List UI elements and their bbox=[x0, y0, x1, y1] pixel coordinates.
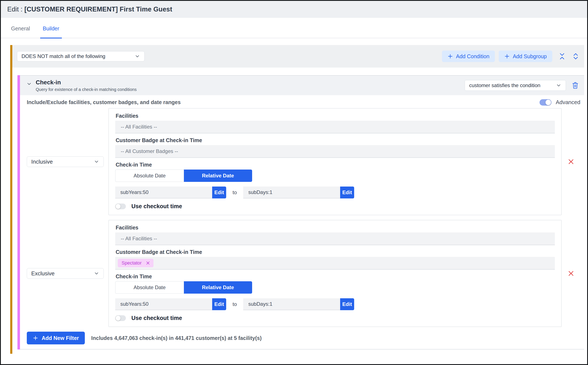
filter-row-inclusive: Inclusive Facilities -- All Facilities -… bbox=[27, 108, 580, 215]
remove-filter-button[interactable] bbox=[568, 159, 574, 165]
filter-panel: Facilities -- All Facilities -- Customer… bbox=[108, 220, 562, 327]
title-bar: Edit : [CUSTOMER REQUIREMENT] First Time… bbox=[1, 1, 587, 18]
condition-collapse-button[interactable] bbox=[26, 81, 32, 87]
condition-color-bar bbox=[17, 75, 20, 350]
condition-header: Check-in Query for existence of a check-… bbox=[20, 76, 584, 95]
group-color-bar bbox=[10, 45, 12, 354]
to-date-input[interactable]: subDays:1 bbox=[243, 187, 340, 198]
filter-mode-select[interactable]: Inclusive bbox=[27, 156, 104, 167]
satisfies-value: customer satisfies the condition bbox=[469, 82, 540, 88]
to-label: to bbox=[233, 190, 237, 196]
checkin-time-label: Check-in Time bbox=[116, 274, 555, 280]
facilities-input[interactable]: -- All Facilities -- bbox=[115, 232, 555, 245]
filter-summary: Includes 4,647,063 check-in(s) in 441,47… bbox=[91, 335, 262, 341]
page-title: Edit : [CUSTOMER REQUIREMENT] First Time… bbox=[7, 6, 172, 13]
condition-subtitle: Query for existence of a check-in matchi… bbox=[36, 87, 137, 92]
badge-label: Customer Badge at Check-in Time bbox=[116, 249, 555, 255]
add-condition-button[interactable]: Add Condition bbox=[442, 50, 495, 62]
plus-icon bbox=[447, 54, 453, 59]
group-content: DOES NOT match all of the following Add … bbox=[12, 45, 584, 354]
chevron-down-icon bbox=[26, 81, 32, 87]
x-icon bbox=[568, 270, 574, 277]
badge-input[interactable]: Spectator bbox=[115, 257, 555, 270]
to-date-input[interactable]: subDays:1 bbox=[243, 298, 340, 310]
trash-icon bbox=[572, 82, 579, 89]
filter-panel: Facilities -- All Facilities -- Customer… bbox=[108, 108, 562, 215]
checkin-condition: Check-in Query for existence of a check-… bbox=[17, 75, 584, 350]
plus-icon bbox=[33, 335, 38, 341]
chevron-down-icon bbox=[556, 83, 561, 88]
edit-from-button[interactable]: Edit bbox=[212, 298, 226, 310]
collapse-all-icon bbox=[558, 52, 566, 60]
badge-tag: Spectator bbox=[118, 259, 154, 267]
use-checkout-label: Use checkout time bbox=[131, 203, 182, 210]
edit-to-button[interactable]: Edit bbox=[340, 187, 354, 198]
use-checkout-label: Use checkout time bbox=[131, 315, 182, 322]
edit-to-button[interactable]: Edit bbox=[340, 298, 354, 310]
group-actions: Add Condition Add Subgroup bbox=[438, 50, 580, 62]
section-title: Include/Exclude facilities, customer bad… bbox=[27, 99, 181, 105]
edit-from-button[interactable]: Edit bbox=[212, 187, 226, 198]
use-checkout-toggle[interactable] bbox=[115, 315, 126, 321]
absolute-date-tab[interactable]: Absolute Date bbox=[115, 169, 184, 182]
satisfies-select[interactable]: customer satisfies the condition bbox=[465, 80, 566, 91]
checkin-time-label: Check-in Time bbox=[116, 162, 555, 168]
tab-builder[interactable]: Builder bbox=[40, 18, 62, 38]
advanced-toggle[interactable] bbox=[539, 99, 552, 105]
group-header: DOES NOT match all of the following Add … bbox=[12, 45, 584, 68]
builder-canvas: DOES NOT match all of the following Add … bbox=[1, 38, 587, 354]
relative-date-tab[interactable]: Relative Date bbox=[184, 281, 252, 294]
match-type-select[interactable]: DOES NOT match all of the following bbox=[17, 51, 145, 61]
tab-bar: General Builder bbox=[1, 18, 587, 38]
condition-group: DOES NOT match all of the following Add … bbox=[10, 45, 584, 354]
tab-general[interactable]: General bbox=[8, 18, 33, 38]
condition-body: Include/Exclude facilities, customer bad… bbox=[20, 99, 584, 344]
condition-content: Check-in Query for existence of a check-… bbox=[20, 75, 584, 350]
expand-all-icon bbox=[572, 52, 580, 60]
from-date-input[interactable]: subYears:50 bbox=[115, 298, 212, 310]
badge-label: Customer Badge at Check-in Time bbox=[116, 137, 555, 143]
absolute-date-tab[interactable]: Absolute Date bbox=[115, 281, 184, 294]
plus-icon bbox=[504, 54, 510, 59]
filter-mode-select[interactable]: Exclusive bbox=[27, 268, 104, 279]
facilities-label: Facilities bbox=[116, 225, 555, 231]
from-date-input[interactable]: subYears:50 bbox=[115, 187, 212, 198]
date-mode-segmented: Absolute Date Relative Date bbox=[115, 281, 252, 294]
filter-row-exclusive: Exclusive Facilities -- All Facilities -… bbox=[27, 220, 580, 327]
use-checkout-toggle[interactable] bbox=[115, 204, 126, 209]
remove-filter-button[interactable] bbox=[568, 270, 574, 277]
badge-input[interactable]: -- All Customer Badges -- bbox=[115, 145, 555, 158]
condition-title: Check-in bbox=[36, 79, 137, 86]
match-type-value: DOES NOT match all of the following bbox=[21, 53, 105, 59]
facilities-label: Facilities bbox=[116, 113, 555, 119]
date-mode-segmented: Absolute Date Relative Date bbox=[115, 169, 252, 182]
tag-remove-button[interactable] bbox=[146, 261, 150, 265]
group-body: Check-in Query for existence of a check-… bbox=[12, 68, 584, 354]
chevron-down-icon bbox=[135, 54, 140, 59]
add-new-filter-button[interactable]: Add New Filter bbox=[27, 332, 85, 344]
chevron-down-icon bbox=[94, 159, 99, 164]
delete-condition-button[interactable] bbox=[572, 82, 579, 89]
x-icon bbox=[568, 159, 574, 165]
chevron-down-icon bbox=[94, 271, 99, 276]
collapse-all-button[interactable] bbox=[558, 52, 566, 60]
facilities-input[interactable]: -- All Facilities -- bbox=[115, 121, 555, 133]
expand-all-button[interactable] bbox=[572, 52, 580, 60]
relative-date-tab[interactable]: Relative Date bbox=[184, 169, 252, 182]
x-icon bbox=[146, 261, 150, 265]
to-label: to bbox=[233, 301, 237, 307]
advanced-label: Advanced bbox=[556, 99, 580, 105]
add-subgroup-button[interactable]: Add Subgroup bbox=[499, 50, 552, 62]
filter-footer: Add New Filter Includes 4,647,063 check-… bbox=[27, 332, 580, 344]
